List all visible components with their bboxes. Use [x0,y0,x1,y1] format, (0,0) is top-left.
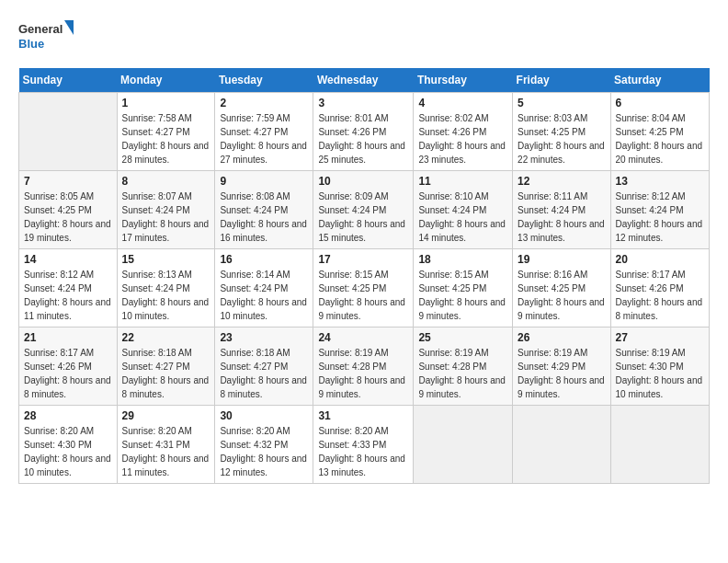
calendar-cell: 29Sunrise: 8:20 AMSunset: 4:31 PMDayligh… [117,406,215,484]
day-number: 17 [318,253,408,266]
calendar-cell [19,93,118,171]
day-number: 26 [518,331,605,344]
calendar-cell: 25Sunrise: 8:19 AMSunset: 4:28 PMDayligh… [414,327,513,406]
col-header-thursday: Thursday [414,68,513,93]
day-number: 22 [122,331,210,344]
day-info: Sunrise: 8:02 AMSunset: 4:26 PMDaylight:… [418,111,507,167]
calendar-cell: 1Sunrise: 7:58 AMSunset: 4:27 PMDaylight… [117,93,215,171]
calendar-cell: 26Sunrise: 8:19 AMSunset: 4:29 PMDayligh… [513,327,610,406]
day-info: Sunrise: 8:20 AMSunset: 4:33 PMDaylight:… [318,424,408,479]
svg-text:Blue: Blue [18,37,44,51]
day-number: 23 [220,331,308,344]
day-info: Sunrise: 8:19 AMSunset: 4:28 PMDaylight:… [318,346,408,401]
calendar-week-row: 14Sunrise: 8:12 AMSunset: 4:24 PMDayligh… [19,249,710,327]
svg-text:General: General [18,22,63,36]
col-header-friday: Friday [513,68,610,93]
day-number: 9 [220,175,308,188]
calendar-cell: 15Sunrise: 8:13 AMSunset: 4:24 PMDayligh… [117,249,215,327]
day-info: Sunrise: 8:12 AMSunset: 4:24 PMDaylight:… [24,268,112,323]
day-number: 6 [616,97,704,109]
calendar-cell: 11Sunrise: 8:10 AMSunset: 4:24 PMDayligh… [414,171,513,249]
calendar-cell [414,406,513,484]
calendar-week-row: 21Sunrise: 8:17 AMSunset: 4:26 PMDayligh… [19,327,710,406]
calendar-cell: 13Sunrise: 8:12 AMSunset: 4:24 PMDayligh… [610,171,709,249]
col-header-monday: Monday [117,68,215,93]
day-number: 19 [518,253,605,266]
day-number: 25 [418,331,507,344]
day-number: 31 [318,409,408,422]
calendar-cell: 21Sunrise: 8:17 AMSunset: 4:26 PMDayligh… [19,327,118,406]
calendar-cell: 30Sunrise: 8:20 AMSunset: 4:32 PMDayligh… [215,406,313,484]
calendar-cell: 28Sunrise: 8:20 AMSunset: 4:30 PMDayligh… [19,406,118,484]
calendar-table: SundayMondayTuesdayWednesdayThursdayFrid… [18,68,710,484]
calendar-cell: 23Sunrise: 8:18 AMSunset: 4:27 PMDayligh… [215,327,313,406]
day-number: 5 [518,97,605,109]
day-info: Sunrise: 8:20 AMSunset: 4:31 PMDaylight:… [122,424,210,479]
day-number: 15 [122,253,210,266]
day-info: Sunrise: 8:19 AMSunset: 4:30 PMDaylight:… [616,346,704,401]
day-number: 8 [122,175,210,188]
day-number: 27 [616,331,704,344]
col-header-tuesday: Tuesday [215,68,313,93]
day-info: Sunrise: 8:17 AMSunset: 4:26 PMDaylight:… [24,346,112,401]
col-header-sunday: Sunday [19,68,118,93]
day-number: 13 [616,175,704,188]
calendar-cell: 12Sunrise: 8:11 AMSunset: 4:24 PMDayligh… [513,171,610,249]
svg-marker-2 [64,20,74,35]
day-info: Sunrise: 8:16 AMSunset: 4:25 PMDaylight:… [518,268,605,323]
calendar-cell: 10Sunrise: 8:09 AMSunset: 4:24 PMDayligh… [313,171,414,249]
day-number: 18 [418,253,507,266]
day-info: Sunrise: 8:03 AMSunset: 4:25 PMDaylight:… [518,111,605,167]
calendar-cell: 7Sunrise: 8:05 AMSunset: 4:25 PMDaylight… [19,171,118,249]
day-number: 24 [318,331,408,344]
calendar-cell: 4Sunrise: 8:02 AMSunset: 4:26 PMDaylight… [414,93,513,171]
logo-svg: General Blue [18,18,74,59]
calendar-cell: 3Sunrise: 8:01 AMSunset: 4:26 PMDaylight… [313,93,414,171]
calendar-cell: 8Sunrise: 8:07 AMSunset: 4:24 PMDaylight… [117,171,215,249]
calendar-cell: 5Sunrise: 8:03 AMSunset: 4:25 PMDaylight… [513,93,610,171]
day-info: Sunrise: 8:04 AMSunset: 4:25 PMDaylight:… [616,111,704,167]
calendar-cell: 20Sunrise: 8:17 AMSunset: 4:26 PMDayligh… [610,249,709,327]
calendar-week-row: 7Sunrise: 8:05 AMSunset: 4:25 PMDaylight… [19,171,710,249]
day-number: 10 [318,175,408,188]
day-info: Sunrise: 7:59 AMSunset: 4:27 PMDaylight:… [220,111,308,167]
day-number: 16 [220,253,308,266]
day-number: 3 [318,97,408,109]
day-number: 29 [122,409,210,422]
calendar-cell: 27Sunrise: 8:19 AMSunset: 4:30 PMDayligh… [610,327,709,406]
day-info: Sunrise: 8:20 AMSunset: 4:30 PMDaylight:… [24,424,112,479]
calendar-header-row: SundayMondayTuesdayWednesdayThursdayFrid… [19,68,710,93]
calendar-cell: 14Sunrise: 8:12 AMSunset: 4:24 PMDayligh… [19,249,118,327]
day-info: Sunrise: 8:07 AMSunset: 4:24 PMDaylight:… [122,190,210,245]
calendar-week-row: 1Sunrise: 7:58 AMSunset: 4:27 PMDaylight… [19,93,710,171]
col-header-saturday: Saturday [610,68,709,93]
calendar-cell: 18Sunrise: 8:15 AMSunset: 4:25 PMDayligh… [414,249,513,327]
day-number: 21 [24,331,112,344]
day-info: Sunrise: 8:17 AMSunset: 4:26 PMDaylight:… [616,268,704,323]
day-number: 28 [24,409,112,422]
calendar-cell: 31Sunrise: 8:20 AMSunset: 4:33 PMDayligh… [313,406,414,484]
calendar-cell: 6Sunrise: 8:04 AMSunset: 4:25 PMDaylight… [610,93,709,171]
day-info: Sunrise: 8:18 AMSunset: 4:27 PMDaylight:… [122,346,210,401]
day-info: Sunrise: 8:15 AMSunset: 4:25 PMDaylight:… [418,268,507,323]
day-info: Sunrise: 8:19 AMSunset: 4:28 PMDaylight:… [418,346,507,401]
day-number: 30 [220,409,308,422]
col-header-wednesday: Wednesday [313,68,414,93]
calendar-cell: 24Sunrise: 8:19 AMSunset: 4:28 PMDayligh… [313,327,414,406]
day-number: 14 [24,253,112,266]
day-number: 20 [616,253,704,266]
calendar-cell: 17Sunrise: 8:15 AMSunset: 4:25 PMDayligh… [313,249,414,327]
calendar-cell: 9Sunrise: 8:08 AMSunset: 4:24 PMDaylight… [215,171,313,249]
calendar-cell: 22Sunrise: 8:18 AMSunset: 4:27 PMDayligh… [117,327,215,406]
day-info: Sunrise: 8:12 AMSunset: 4:24 PMDaylight:… [616,190,704,245]
calendar-cell: 19Sunrise: 8:16 AMSunset: 4:25 PMDayligh… [513,249,610,327]
day-info: Sunrise: 8:14 AMSunset: 4:24 PMDaylight:… [220,268,308,323]
day-info: Sunrise: 8:19 AMSunset: 4:29 PMDaylight:… [518,346,605,401]
calendar-week-row: 28Sunrise: 8:20 AMSunset: 4:30 PMDayligh… [19,406,710,484]
calendar-cell [513,406,610,484]
day-info: Sunrise: 8:10 AMSunset: 4:24 PMDaylight:… [418,190,507,245]
day-info: Sunrise: 8:20 AMSunset: 4:32 PMDaylight:… [220,424,308,479]
day-number: 1 [122,97,210,109]
day-number: 7 [24,175,112,188]
calendar-cell [610,406,709,484]
